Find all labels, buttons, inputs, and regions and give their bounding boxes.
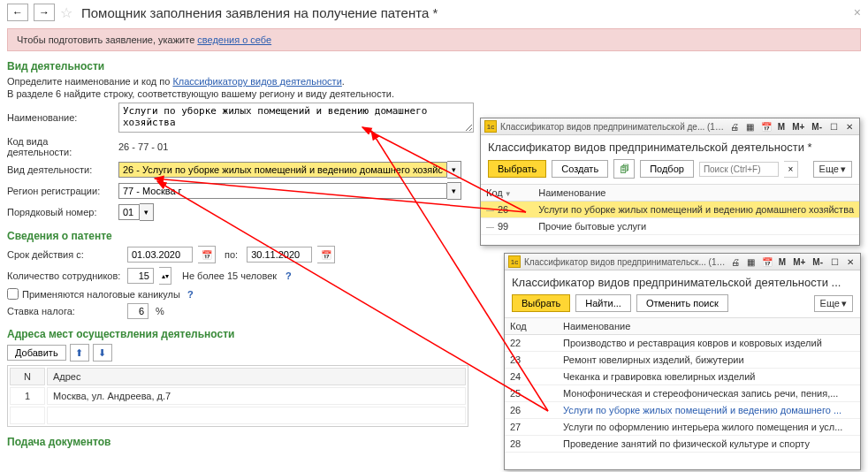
order-label: Порядковый номер: bbox=[7, 207, 113, 217]
calc-icon[interactable]: 📅 bbox=[761, 255, 773, 268]
calc-icon[interactable]: 📅 bbox=[760, 120, 773, 133]
order-dropdown-toggle[interactable]: ▾ bbox=[140, 203, 154, 221]
col-addr: Адрес bbox=[47, 368, 466, 385]
m-button[interactable]: M bbox=[777, 257, 788, 267]
modal1-pick-button[interactable]: Подбор bbox=[640, 160, 694, 178]
region-label: Регион регистрации: bbox=[7, 186, 113, 196]
modal2-close-icon[interactable]: ✕ bbox=[844, 255, 857, 268]
table-row-empty[interactable] bbox=[10, 407, 466, 424]
emp-hint: Не более 15 человек bbox=[182, 270, 277, 281]
m-button[interactable]: M bbox=[776, 122, 787, 132]
modal1-col-name[interactable]: Наименование bbox=[533, 185, 859, 202]
modal1-search-clear-icon[interactable]: × bbox=[784, 161, 798, 178]
m-plus-button[interactable]: M+ bbox=[791, 257, 807, 267]
rate-unit: % bbox=[156, 306, 164, 316]
modal1-search-input[interactable] bbox=[699, 162, 779, 177]
modal1-row[interactable]: —99Прочие бытовые услуги bbox=[481, 218, 859, 235]
classifier-modal-2: 1c Классификатор видов предпринимательск… bbox=[504, 253, 861, 470]
classifier-link[interactable]: Классификатору видов деятельности bbox=[172, 76, 341, 87]
modal2-row[interactable]: 27Услуги по оформлению интерьера жилого … bbox=[505, 419, 860, 436]
region-dropdown[interactable] bbox=[118, 183, 447, 199]
modal2-more-button[interactable]: Еще▾ bbox=[814, 295, 853, 312]
activity-hint1-prefix: Определите наименование и код по bbox=[7, 76, 172, 87]
classifier-modal-1: 1c Классификатор видов предпринимательск… bbox=[480, 118, 860, 246]
print-icon[interactable]: 🖨 bbox=[729, 255, 742, 268]
holidays-label: Применяются налоговые каникулы bbox=[22, 289, 180, 300]
warning-banner: Чтобы подготовить заявление, укажите све… bbox=[7, 28, 861, 51]
modal1-copy-icon[interactable]: 🗐 bbox=[613, 159, 635, 179]
holidays-checkbox[interactable] bbox=[7, 288, 19, 300]
date-to-label: по: bbox=[225, 249, 238, 260]
modal1-window-title: Классификатор видов предпринимательской … bbox=[500, 122, 725, 132]
modal2-select-button[interactable]: Выбрать bbox=[512, 294, 570, 312]
modal1-more-button[interactable]: Еще▾ bbox=[813, 161, 852, 178]
section-activity-title: Вид деятельности bbox=[7, 60, 861, 72]
col-n: N bbox=[10, 368, 45, 385]
activity-hint2: В разделе 6 найдите строку, соответствую… bbox=[7, 88, 861, 99]
table-row[interactable]: 1 Москва, ул. Андреева, д.7 bbox=[10, 387, 466, 405]
emp-label: Количество сотрудников: bbox=[7, 270, 122, 281]
rate-input[interactable] bbox=[127, 303, 148, 319]
m-plus-button[interactable]: M+ bbox=[790, 122, 806, 132]
modal2-col-code[interactable]: Код bbox=[505, 318, 558, 335]
add-address-button[interactable]: Добавить bbox=[7, 345, 66, 361]
app-icon: 1c bbox=[508, 255, 521, 268]
modal1-row[interactable]: —26Услуги по уборке жилых помещений и ве… bbox=[481, 202, 859, 218]
type-dropdown[interactable] bbox=[118, 162, 447, 178]
warning-link[interactable]: сведения о себе bbox=[197, 34, 271, 45]
modal2-row[interactable]: 22Производство и реставрация ковров и ко… bbox=[505, 335, 860, 352]
code-label: Код вида деятельности: bbox=[7, 136, 113, 157]
modal2-grid: КодНаименование 22Производство и реставр… bbox=[505, 318, 860, 453]
emp-count-input[interactable] bbox=[127, 268, 154, 284]
maximize-icon[interactable]: ☐ bbox=[827, 120, 840, 133]
page-title: Помощник заполнения заявления на получен… bbox=[81, 5, 438, 20]
modal2-row[interactable]: 24Чеканка и гравировка ювелирных изделий bbox=[505, 369, 860, 385]
favorite-star-icon[interactable]: ☆ bbox=[60, 4, 72, 21]
modal1-close-icon[interactable]: ✕ bbox=[843, 120, 856, 133]
modal1-title: Классификатор видов предпринимательской … bbox=[481, 135, 859, 157]
modal2-row[interactable]: 26Услуги по уборке жилых помещений и вед… bbox=[505, 402, 860, 419]
modal2-row[interactable]: 25Монофоническая и стереофоническая запи… bbox=[505, 385, 860, 402]
modal2-cancel-search-button[interactable]: Отменить поиск bbox=[636, 294, 728, 312]
modal2-find-button[interactable]: Найти... bbox=[575, 294, 631, 312]
move-down-button[interactable]: ⬇ bbox=[93, 344, 112, 362]
date-to-input[interactable] bbox=[247, 247, 312, 263]
close-icon[interactable]: × bbox=[854, 5, 861, 19]
name-input[interactable]: Услуги по уборке жилых помещений и веден… bbox=[118, 103, 474, 133]
modal2-title: Классификатор видов предпринимательской … bbox=[505, 270, 860, 293]
maximize-icon[interactable]: ☐ bbox=[828, 255, 841, 268]
modal2-col-name[interactable]: Наименование bbox=[558, 318, 860, 335]
order-input[interactable] bbox=[118, 204, 140, 220]
code-value: 26 - 77 - 01 bbox=[118, 141, 168, 152]
modal2-row[interactable]: 28Проведение занятий по физической культ… bbox=[505, 436, 860, 453]
modal1-select-button[interactable]: Выбрать bbox=[488, 160, 546, 178]
modal1-create-button[interactable]: Создать bbox=[552, 160, 608, 178]
app-icon: 1c bbox=[484, 120, 497, 133]
emp-help-icon[interactable]: ? bbox=[286, 270, 292, 281]
grid-icon[interactable]: ▦ bbox=[744, 120, 757, 133]
emp-spinner-icon[interactable]: ▴▾ bbox=[159, 267, 171, 285]
date-from-input[interactable] bbox=[127, 247, 193, 263]
move-up-button[interactable]: ⬆ bbox=[70, 344, 89, 362]
type-dropdown-toggle[interactable]: ▾ bbox=[447, 161, 461, 179]
nav-forward-button[interactable]: → bbox=[34, 4, 55, 21]
holidays-help-icon[interactable]: ? bbox=[187, 289, 194, 300]
rate-label: Ставка налога: bbox=[7, 306, 122, 316]
table-header-row: N Адрес bbox=[10, 368, 466, 385]
addresses-table: N Адрес 1 Москва, ул. Андреева, д.7 bbox=[7, 365, 468, 427]
nav-back-button[interactable]: ← bbox=[7, 4, 28, 21]
grid-icon[interactable]: ▦ bbox=[745, 255, 758, 268]
modal1-col-code[interactable]: Код▼ bbox=[481, 185, 533, 202]
date-from-calendar-icon[interactable]: 📅 bbox=[198, 246, 216, 263]
m-minus-button[interactable]: M- bbox=[811, 257, 825, 267]
modal2-window-title: Классификатор видов предпринимательск...… bbox=[524, 257, 726, 267]
period-label: Срок действия с: bbox=[7, 249, 122, 260]
name-label: Наименование: bbox=[7, 112, 113, 123]
m-minus-button[interactable]: M- bbox=[810, 122, 824, 132]
modal2-row[interactable]: 23Ремонт ювелирных изделий, бижутерии bbox=[505, 352, 860, 369]
region-dropdown-toggle[interactable]: ▾ bbox=[447, 182, 461, 200]
print-icon[interactable]: 🖨 bbox=[728, 120, 741, 133]
date-to-calendar-icon[interactable]: 📅 bbox=[317, 246, 335, 263]
warning-text: Чтобы подготовить заявление, укажите bbox=[17, 34, 197, 45]
modal1-grid: Код▼Наименование —26Услуги по уборке жил… bbox=[481, 185, 859, 235]
